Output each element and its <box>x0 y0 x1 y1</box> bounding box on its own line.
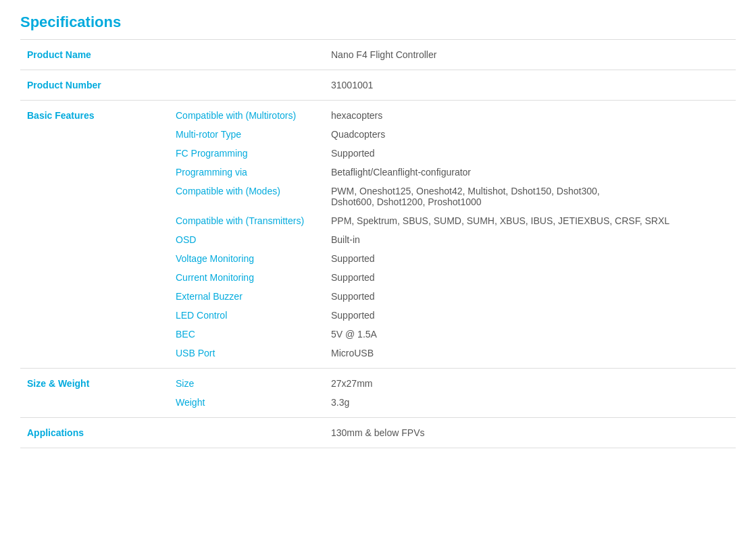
spec-label: Applications <box>20 418 169 448</box>
spec-group-label <box>20 344 169 369</box>
spec-value: Supported <box>324 268 736 287</box>
spec-row: External BuzzerSupported <box>20 287 736 306</box>
spec-value: Supported <box>324 287 736 306</box>
spec-sub <box>169 418 324 448</box>
spec-value: 130mm & below FPVs <box>324 418 736 448</box>
spec-sub-label: Compatible with (Multirotors) <box>169 101 324 126</box>
spec-value: Supported <box>324 306 736 325</box>
spec-sub-label: Voltage Monitoring <box>169 249 324 268</box>
spec-value: PPM, Spektrum, SBUS, SUMD, SUMH, XBUS, I… <box>324 211 736 230</box>
spec-group-label <box>20 144 169 163</box>
spec-value: PWM, Oneshot125, Oneshot42, Multishot, D… <box>324 182 736 211</box>
spec-value: Betaflight/Cleanflight-configurator <box>324 163 736 182</box>
spec-sub-label: External Buzzer <box>169 287 324 306</box>
spec-row: FC ProgrammingSupported <box>20 144 736 163</box>
spec-group-label <box>20 211 169 230</box>
spec-row: LED ControlSupported <box>20 306 736 325</box>
spec-group-label <box>20 325 169 344</box>
spec-sub-label: Current Monitoring <box>169 268 324 287</box>
spec-row: BEC5V @ 1.5A <box>20 325 736 344</box>
spec-row: Current MonitoringSupported <box>20 268 736 287</box>
spec-row: Size & WeightSize27x27mm <box>20 369 736 394</box>
spec-row: Basic FeaturesCompatible with (Multiroto… <box>20 101 736 126</box>
spec-table: Product Name Nano F4 Flight Controller P… <box>20 40 736 448</box>
spec-row: OSDBuilt-in <box>20 230 736 249</box>
spec-label: Product Name <box>20 40 169 70</box>
spec-label: Product Number <box>20 70 169 101</box>
spec-row: Compatible with (Transmitters)PPM, Spekt… <box>20 211 736 230</box>
spec-sub-label: Compatible with (Transmitters) <box>169 211 324 230</box>
spec-row: USB PortMicroUSB <box>20 344 736 369</box>
spec-sub-label: FC Programming <box>169 144 324 163</box>
spec-value: Nano F4 Flight Controller <box>324 40 736 70</box>
spec-sub <box>169 70 324 101</box>
spec-value: Supported <box>324 249 736 268</box>
spec-group-label <box>20 306 169 325</box>
spec-value: 27x27mm <box>324 369 736 394</box>
spec-row: Applications 130mm & below FPVs <box>20 418 736 448</box>
spec-group-label <box>20 268 169 287</box>
spec-group-label <box>20 125 169 144</box>
spec-sub-label: BEC <box>169 325 324 344</box>
spec-row: Programming viaBetaflight/Cleanflight-co… <box>20 163 736 182</box>
spec-group-label <box>20 182 169 211</box>
spec-value: Supported <box>324 144 736 163</box>
page-title: Specifications <box>20 14 736 40</box>
spec-sub-label: USB Port <box>169 344 324 369</box>
spec-row: Compatible with (Modes)PWM, Oneshot125, … <box>20 182 736 211</box>
spec-value: 5V @ 1.5A <box>324 325 736 344</box>
spec-sub-label: Weight <box>169 393 324 418</box>
spec-group-label: Basic Features <box>20 101 169 126</box>
spec-row: Product Name Nano F4 Flight Controller <box>20 40 736 70</box>
spec-group-label <box>20 230 169 249</box>
spec-row: Multi-rotor TypeQuadcopters <box>20 125 736 144</box>
spec-row: Weight3.3g <box>20 393 736 418</box>
spec-sub-label: Programming via <box>169 163 324 182</box>
spec-value: Built-in <box>324 230 736 249</box>
spec-sub-label: OSD <box>169 230 324 249</box>
spec-sub-label: Size <box>169 369 324 394</box>
spec-sub-label: Compatible with (Modes) <box>169 182 324 211</box>
spec-value: hexacopters <box>324 101 736 126</box>
spec-group-label <box>20 287 169 306</box>
spec-value: 3.3g <box>324 393 736 418</box>
spec-group-label <box>20 393 169 418</box>
spec-group-label: Size & Weight <box>20 369 169 394</box>
spec-value: MicroUSB <box>324 344 736 369</box>
spec-value: 31001001 <box>324 70 736 101</box>
spec-sub-label: Multi-rotor Type <box>169 125 324 144</box>
spec-sub <box>169 40 324 70</box>
spec-row: Product Number 31001001 <box>20 70 736 101</box>
spec-row: Voltage MonitoringSupported <box>20 249 736 268</box>
spec-sub-label: LED Control <box>169 306 324 325</box>
spec-value: Quadcopters <box>324 125 736 144</box>
spec-group-label <box>20 249 169 268</box>
spec-group-label <box>20 163 169 182</box>
